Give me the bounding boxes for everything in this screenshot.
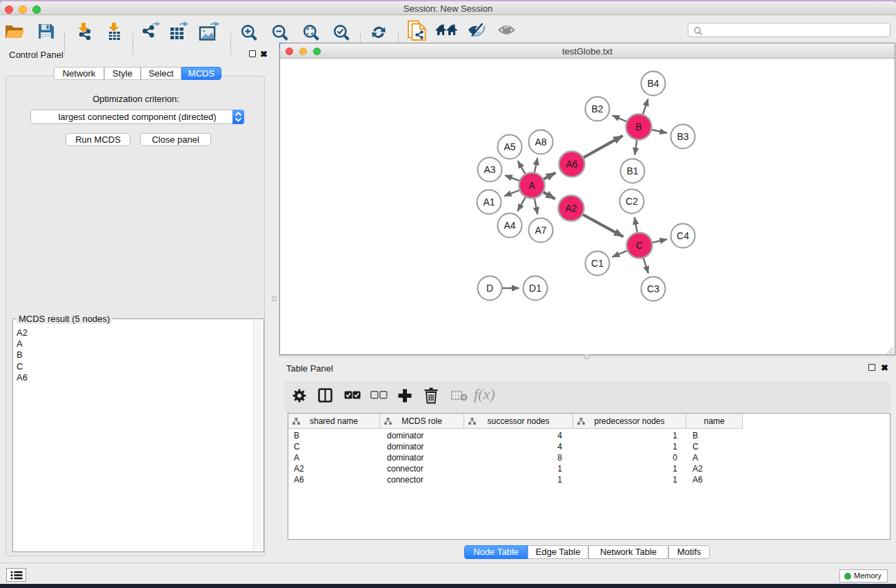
svg-text:C2: C2: [626, 196, 638, 207]
svg-text:B4: B4: [647, 78, 659, 89]
svg-text:A5: A5: [504, 141, 515, 152]
svg-text:D1: D1: [529, 283, 541, 294]
svg-text:C4: C4: [677, 230, 689, 241]
svg-text:B1: B1: [626, 165, 638, 176]
svg-text:A7: A7: [535, 225, 546, 236]
svg-text:A8: A8: [535, 136, 546, 148]
svg-text:A6: A6: [566, 159, 577, 170]
svg-text:C3: C3: [647, 283, 659, 294]
svg-text:D: D: [486, 283, 493, 294]
svg-text:A1: A1: [483, 196, 495, 207]
svg-text:B: B: [635, 121, 641, 132]
svg-text:A2: A2: [565, 203, 577, 214]
svg-text:B3: B3: [677, 131, 688, 142]
svg-text:B2: B2: [591, 103, 603, 114]
svg-text:A: A: [528, 180, 535, 191]
svg-text:A3: A3: [484, 164, 495, 175]
svg-text:C: C: [636, 240, 643, 251]
svg-text:A4: A4: [504, 220, 515, 231]
svg-text:C1: C1: [591, 258, 604, 269]
